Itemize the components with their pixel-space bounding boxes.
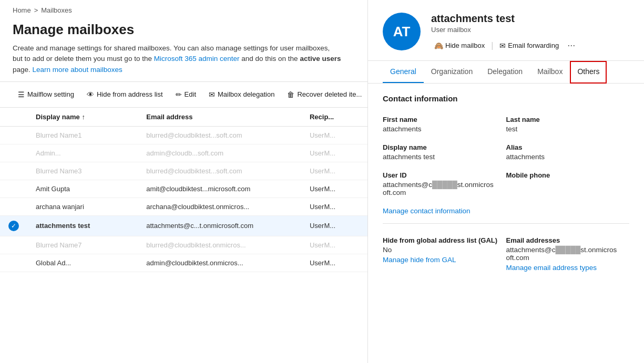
toolbar: ☰ Mailflow setting 👁 Hide from address l… — [0, 81, 367, 108]
email-addresses-cell: Email addresses attachments@c█████st.onm… — [506, 232, 630, 286]
row-display-name: attachments test — [27, 215, 138, 236]
row-display-name: archana wanjari — [27, 198, 138, 215]
avatar: AT — [383, 13, 421, 50]
page-description: Create and manage settings for shared ma… — [0, 43, 367, 81]
hide-mailbox-icon: 🙈 — [434, 42, 443, 50]
page-title: Manage mailboxes — [0, 17, 367, 43]
first-name-label: First name — [383, 116, 506, 123]
gal-cell: Hide from global address list (GAL) No M… — [383, 232, 506, 286]
profile-name: attachments test — [431, 13, 629, 25]
display-name-cell: Display name attachments test — [383, 139, 506, 167]
gal-value: No — [383, 246, 506, 254]
row-email: blurred@cloudbiktest...soft.com — [138, 162, 301, 180]
row-check[interactable]: ✓ — [0, 215, 27, 236]
contact-info-title: Contact information — [383, 94, 629, 103]
email-forwarding-link[interactable]: ✉ Email forwarding — [496, 39, 562, 52]
gal-label: Hide from global address list (GAL) — [383, 236, 506, 244]
first-name-value: attachments — [383, 125, 506, 133]
last-name-value: test — [506, 125, 630, 133]
row-type: UserM... — [301, 254, 367, 272]
right-panel: AT attachments test User mailbox 🙈 Hide … — [368, 0, 644, 363]
table-row[interactable]: ✓attachments testattachments@c...t.onmic… — [0, 215, 367, 236]
row-display-name: Global Ad... — [27, 254, 138, 272]
col-email: Email address — [138, 108, 301, 127]
breadcrumb-home[interactable]: Home — [13, 6, 31, 14]
tab-delegation[interactable]: Delegation — [480, 61, 530, 83]
email-addresses-value: attachments@c█████st.onmicrosoft.com — [506, 246, 630, 262]
hide-address-icon: 👁 — [87, 90, 94, 99]
email-addresses-label: Email addresses — [506, 236, 630, 244]
col-display-name[interactable]: Display name ↑ — [27, 108, 138, 127]
user-id-value: attachments@c█████st.onmicrosoft.com — [383, 181, 506, 196]
row-type: UserM... — [301, 126, 367, 144]
manage-gal-link[interactable]: Manage hide from GAL — [383, 256, 506, 264]
tab-organization[interactable]: Organization — [424, 61, 480, 83]
table-row[interactable]: Blurred Name1blurred@cloudbiktest...soft… — [0, 126, 367, 144]
mailbox-table-container: Display name ↑ Email address Recip... Bl… — [0, 108, 367, 363]
edit-button[interactable]: ✏ Edit — [170, 87, 201, 102]
row-type: UserM... — [301, 215, 367, 236]
row-check[interactable] — [0, 126, 27, 144]
profile-actions: 🙈 Hide mailbox | ✉ Email forwarding ··· — [431, 39, 629, 52]
table-row[interactable]: Global Ad...admin@cloudbiktest.onmicros.… — [0, 254, 367, 272]
hide-mailbox-link[interactable]: 🙈 Hide mailbox — [431, 39, 488, 52]
row-type: UserM... — [301, 198, 367, 215]
alias-label: Alias — [506, 143, 630, 151]
mailflow-button[interactable]: ☰ Mailflow setting — [13, 87, 79, 102]
row-display-name: Admin... — [27, 144, 138, 162]
row-type: UserM... — [301, 144, 367, 162]
delegation-icon: ✉ — [209, 90, 215, 99]
table-row[interactable]: Blurred Name3blurred@cloudbiktest...soft… — [0, 162, 367, 180]
manage-contact-link[interactable]: Manage contact information — [383, 207, 629, 215]
row-email: attachments@c...t.onmicrosoft.com — [138, 215, 301, 236]
row-display-name: Amit Gupta — [27, 180, 138, 198]
manage-email-types-link[interactable]: Manage email address types — [506, 264, 630, 272]
row-check[interactable] — [0, 198, 27, 215]
profile-tabs: General Organization Delegation Mailbox … — [368, 61, 644, 84]
recover-icon: 🗑 — [287, 90, 294, 99]
col-recipient: Recip... — [301, 108, 367, 127]
row-display-name: Blurred Name3 — [27, 162, 138, 180]
edit-icon: ✏ — [176, 90, 182, 99]
last-name-label: Last name — [506, 116, 630, 123]
breadcrumb-current: Mailboxes — [41, 6, 72, 14]
row-display-name: Blurred Name1 — [27, 126, 138, 144]
user-id-cell: User ID attachments@c█████st.onmicrosoft… — [383, 167, 506, 203]
table-row[interactable]: archana wanjariarchana@cloudbiktest.onmi… — [0, 198, 367, 215]
hide-address-button[interactable]: 👁 Hide from address list — [81, 87, 168, 102]
gal-grid: Hide from global address list (GAL) No M… — [383, 232, 629, 286]
row-type: UserM... — [301, 162, 367, 180]
last-name-cell: Last name test — [506, 111, 630, 139]
tab-others[interactable]: Others — [570, 61, 607, 84]
tab-mailbox[interactable]: Mailbox — [530, 61, 570, 83]
recover-button[interactable]: 🗑 Recover deleted ite... — [282, 87, 367, 102]
mailbox-table: Display name ↑ Email address Recip... Bl… — [0, 108, 367, 272]
tab-general[interactable]: General — [383, 61, 424, 83]
row-email: admin@cloudbiktest.onmicros... — [138, 254, 301, 272]
delegation-button[interactable]: ✉ Mailbox delegation — [203, 87, 280, 102]
profile-subtitle: User mailbox — [431, 26, 629, 34]
section-divider — [383, 223, 629, 224]
learn-more-link[interactable]: Learn more about mailboxes — [33, 66, 122, 74]
display-name-label: Display name — [383, 143, 506, 151]
table-row[interactable]: Admin...admin@cloudb...soft.comUserM... — [0, 144, 367, 162]
row-check[interactable] — [0, 180, 27, 198]
profile-info: attachments test User mailbox 🙈 Hide mai… — [431, 13, 629, 52]
row-email: archana@cloudbiktest.onmicros... — [138, 198, 301, 215]
row-email: blurred@cloudbiktest.onmicros... — [138, 236, 301, 254]
row-type: UserM... — [301, 180, 367, 198]
row-check[interactable] — [0, 162, 27, 180]
row-email: blurred@cloudbiktest...soft.com — [138, 126, 301, 144]
row-check[interactable] — [0, 254, 27, 272]
more-options-button[interactable]: ··· — [564, 39, 578, 52]
contact-info-grid: First name attachments Last name test Di… — [383, 111, 629, 203]
mailflow-icon: ☰ — [18, 90, 25, 99]
row-display-name: Blurred Name7 — [27, 236, 138, 254]
email-forwarding-icon: ✉ — [499, 42, 506, 50]
admin-center-link[interactable]: Microsoft 365 admin center — [154, 55, 240, 63]
table-row[interactable]: Blurred Name7blurred@cloudbiktest.onmicr… — [0, 236, 367, 254]
row-check[interactable] — [0, 236, 27, 254]
row-check[interactable] — [0, 144, 27, 162]
col-check — [0, 108, 27, 127]
table-row[interactable]: Amit Guptaamit@cloudbiktest...microsoft.… — [0, 180, 367, 198]
